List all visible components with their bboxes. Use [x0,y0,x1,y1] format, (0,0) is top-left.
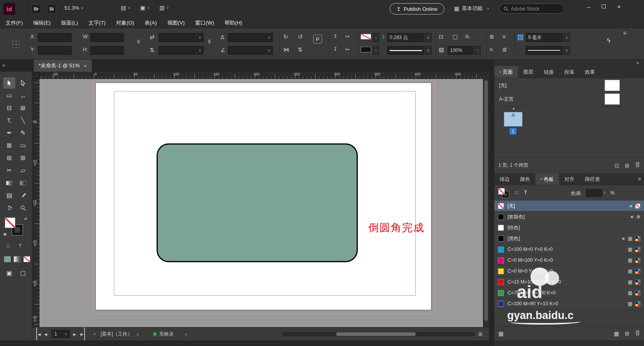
menu-item-5[interactable]: 对象(O) [116,19,134,27]
normal-view-mode-button[interactable]: ▣ [3,267,15,279]
flip-horizontal-button[interactable]: ⋈ [283,47,289,52]
note-tool[interactable]: ▤ [3,190,15,201]
control-panel-menu-icon[interactable]: ≡ [623,30,626,36]
spacing-up-icon[interactable]: ↥ [333,34,337,39]
arrange-documents-dropdown[interactable]: ▥∨ [159,5,169,10]
last-page-button[interactable]: ▶ [80,327,85,341]
scale-x-input[interactable]: ∨ [159,33,204,42]
new-color-group-icon[interactable]: ▦ [614,330,619,337]
swap-fill-stroke-icon[interactable]: ⇄ [24,217,27,221]
bridge-button[interactable]: Br [31,4,41,14]
workspace-switcher[interactable]: ▦基本功能∨ [454,5,489,12]
constrain-dimensions-link-icon[interactable]: ∞ [136,39,142,44]
swatch-row-8[interactable]: C=15 M=100 Y=100 K=0▦ [494,277,644,288]
vertical-ruler[interactable]: 50100150200250300 [32,79,39,327]
fill-color-swatch[interactable] [361,47,371,52]
error-status-dropdown[interactable]: 无错误∨ [153,327,188,341]
selection-tool[interactable] [3,77,15,89]
fill-color-expand-button[interactable]: › [373,46,379,55]
rotate-cw-button[interactable]: ↻ [283,34,288,39]
rounded-rectangle[interactable] [157,143,358,262]
new-swatch-icon[interactable]: ⊞ [625,330,630,337]
swatch-row-10[interactable]: C=100 M=90 Y=10 K=0▦ [494,298,644,309]
text-align-icon[interactable]: ≡ [489,47,493,52]
master-a-row[interactable]: A-主页 [494,93,644,106]
dock-tab-4[interactable]: 段落 [559,66,580,78]
zoom-level-dropdown[interactable]: 51.3%∨ [64,5,83,11]
zoom-tool[interactable] [17,202,29,213]
document-close-icon[interactable]: × [84,63,87,69]
page-tool[interactable]: ▭ [3,90,15,101]
edit-page-size-icon[interactable]: ⊡ [615,162,619,169]
swatches-panel-menu-icon[interactable]: ≡ [638,176,641,182]
stroke-weight-input[interactable]: 0.283 点 [387,33,424,42]
horizontal-ruler[interactable]: 50050100150200250300350400450 [39,72,483,79]
delete-swatch-icon[interactable] [635,330,640,337]
first-page-button[interactable]: ◀ [36,327,41,341]
spacing-left-icon[interactable]: ↤ [345,47,349,52]
hand-tool[interactable] [3,202,15,213]
rectangle-frame-tool[interactable]: ⊠ [3,140,15,151]
gradient-swatch-tool[interactable] [3,177,15,189]
end-style-dropdown[interactable] [526,46,563,55]
rotate-ccw-button[interactable]: ↺ [298,34,303,39]
delete-page-icon[interactable] [635,162,640,169]
vertical-scrollbar[interactable] [483,79,489,327]
apply-color-button[interactable] [4,256,11,262]
collapse-left-icon[interactable]: « [2,62,5,68]
stroke-style-dropdown-button[interactable]: ∨ [425,46,431,55]
swatch-row-5[interactable]: C=100 M=0 Y=0 K=0▦ [494,244,644,255]
pasteboard[interactable]: 倒圆角完成 [39,79,483,327]
horizontal-scrollbar-thumb[interactable] [336,332,416,336]
menu-item-3[interactable]: 版面(L) [61,19,78,27]
stroke-weight-dropdown-button[interactable]: ∨ [425,33,431,42]
menu-item-2[interactable]: 编辑(E) [33,19,51,27]
dock-tab-2[interactable]: 图层 [518,66,539,78]
tint-input[interactable] [586,189,602,197]
adobe-stock-search-input[interactable]: Adobe Stock [499,4,564,14]
formatting-container-icon[interactable]: □ [515,190,518,195]
menu-item-6[interactable]: 表(A) [144,19,157,27]
swatch-tab-5[interactable]: 路径查 [580,173,605,185]
constrain-scale-link-icon[interactable]: ∞ [207,39,213,44]
text-wrap-icon[interactable]: ≡ [502,34,506,39]
formatting-text-icon[interactable]: T [524,190,527,195]
swatch-row-2[interactable]: [套版色]×⊕ [494,211,644,222]
pencil-tool[interactable]: ✎ [17,127,29,139]
corner-options-icon[interactable]: ⊡ [439,34,444,39]
gradient-feather-tool[interactable] [17,177,29,189]
page-view-icon[interactable]: ⊞ [478,327,483,341]
page-1-number-badge[interactable]: 1 [510,128,516,135]
spread-triangle-icon[interactable]: ▼ [512,107,515,111]
swatch-row-9[interactable]: C=75 M=5 Y=100 K=0▦ [494,288,644,298]
swatch-row-6[interactable]: C=0 M=100 Y=0 K=0▦ [494,255,644,266]
apply-gradient-button[interactable] [14,256,21,262]
x-input[interactable] [38,33,72,42]
swatch-tab-1[interactable]: 描边 [494,173,515,185]
scale-y-input[interactable]: ∨ [159,46,204,55]
document-page[interactable] [95,83,431,310]
rotation-angle-input[interactable]: ∨ [228,33,273,42]
swatch-tab-2[interactable]: 颜色 [515,173,535,185]
rectangle-tool[interactable]: ▭ [17,140,29,151]
menu-item-7[interactable]: 视图(V) [167,19,185,27]
menu-item-8[interactable]: 窗口(W) [195,19,214,27]
swatch-row-7[interactable]: C=0 M=0 Y=100 K=0▦ [494,266,644,277]
horizontal-scrollbar[interactable] [282,332,475,336]
content-collector-tool[interactable]: ⊟ [3,102,15,114]
minimize-button[interactable]: – [581,0,596,13]
width-input[interactable] [90,33,124,42]
reference-point-proxy[interactable] [10,39,19,48]
end-style-dropdown-button[interactable]: ∨ [564,46,570,55]
tint-expand-icon[interactable]: › [604,190,605,195]
next-page-button[interactable]: ▶ [73,327,76,341]
dock-tab-5[interactable]: 效果 [580,66,600,78]
type-tool[interactable]: T, [3,115,15,126]
spacing-down-icon[interactable]: ↧ [333,47,337,52]
scissors-tool[interactable]: ✂ [3,165,15,176]
stroke-color-swatch[interactable] [361,34,371,39]
stroke-weight-stepper[interactable]: ▲▼ [382,34,385,39]
ruler-origin-box[interactable] [32,72,39,79]
swatch-row-4[interactable]: [黑色]×▦ [494,233,644,244]
eyedropper-tool[interactable] [17,190,29,201]
